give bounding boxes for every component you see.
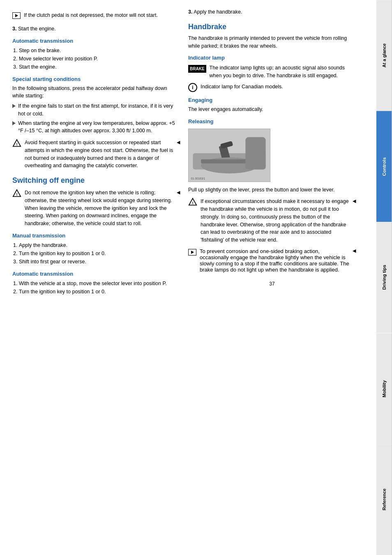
sidebar-tab-at-glance-label: At a glance xyxy=(382,44,387,68)
back-arrow-4: ◀ xyxy=(353,248,356,253)
auto2-step2: Turn the ignition key to position 1 or 0… xyxy=(19,288,180,296)
warning-triangle-icon: ! xyxy=(12,139,21,148)
sidebar-right: At a glance Controls Driving tips Mobili… xyxy=(376,0,392,555)
brake-indicator-box: BRAKE The indicator lamp lights up; an a… xyxy=(188,64,356,80)
step3-start-engine: 3. Start the engine. xyxy=(12,25,180,33)
back-arrow-3: ◀ xyxy=(353,198,356,205)
auto-transmission-heading: Automatic transmission xyxy=(12,38,180,44)
sidebar-tab-mobility-label: Mobility xyxy=(382,380,387,397)
circle-i-icon: i xyxy=(188,83,197,92)
releasing-heading: Releasing xyxy=(188,118,356,124)
sidebar-tab-driving-tips[interactable]: Driving tips xyxy=(376,222,392,333)
manual-step1: Apply the handbrake. xyxy=(19,241,180,249)
bullet-arrow-icon-1 xyxy=(12,104,16,108)
auto-step3: Start the engine. xyxy=(19,63,180,71)
corrosion-note: To prevent corrosion and one-sided braki… xyxy=(188,248,356,273)
auto2-step1: With the vehicle at a stop, move the sel… xyxy=(19,279,180,288)
brake-badge-icon: BRAKE xyxy=(188,65,206,73)
corrosion-note-text: To prevent corrosion and one-sided braki… xyxy=(200,248,349,273)
svg-text:!: ! xyxy=(192,201,193,205)
clutch-note: If the clutch pedal is not depressed, th… xyxy=(12,12,180,22)
warning-ignition: ! Do not remove the ignition key when th… xyxy=(12,189,180,228)
svg-text:01-30163/1: 01-30163/1 xyxy=(191,177,205,180)
manual-step2: Turn the ignition key to position 1 or 0… xyxy=(19,249,180,258)
left-column: If the clutch pedal is not depressed, th… xyxy=(12,8,180,547)
indicator-lamp-heading: Indicator lamp xyxy=(188,55,356,61)
bullet-item-1: If the engine fails to start on the firs… xyxy=(12,102,180,118)
warning-triangle-icon-3: ! xyxy=(188,198,197,207)
warning-exceptional-box: ! If exceptional circumstances should ma… xyxy=(188,198,356,244)
right-column: 3. Apply the handbrake. Handbrake The ha… xyxy=(188,8,356,547)
bullet-item-2: When starting the engine at very low tem… xyxy=(12,120,180,135)
sidebar-tab-controls[interactable]: Controls xyxy=(376,111,392,222)
arrow-box-icon-2 xyxy=(188,249,196,256)
warning-triangle-icon-2: ! xyxy=(12,189,21,198)
arrow-box-icon xyxy=(12,12,21,19)
page-container: If the clutch pedal is not depressed, th… xyxy=(0,0,392,555)
sidebar-tab-driving-tips-label: Driving tips xyxy=(382,265,387,290)
sidebar-tab-at-glance[interactable]: At a glance xyxy=(376,0,392,111)
bullet-text-2: When starting the engine at very low tem… xyxy=(18,120,180,135)
main-content: If the clutch pedal is not depressed, th… xyxy=(0,0,376,555)
auto-transmission2-heading: Automatic transmission xyxy=(12,271,180,277)
svg-text:!: ! xyxy=(16,192,17,196)
warning-catalytic-text: Avoid frequent starting in quick success… xyxy=(25,139,173,170)
manual-transmission-heading: Manual transmission xyxy=(12,233,180,239)
svg-rect-10 xyxy=(245,137,265,169)
auto-step2: Move selector lever into position P. xyxy=(19,55,180,63)
bullet-arrow-icon-2 xyxy=(12,121,16,125)
auto-transmission-list: Step on the brake. Move selector lever i… xyxy=(19,46,180,71)
sidebar-tab-reference-label: Reference xyxy=(382,488,387,510)
special-conditions-heading: Special starting conditions xyxy=(12,76,180,82)
indicator-lamp-canadian: Indicator lamp for Canadian models. xyxy=(201,83,283,91)
sidebar-tab-reference[interactable]: Reference xyxy=(376,444,392,555)
page-number: 37 xyxy=(188,281,356,287)
engaging-text: The lever engages automatically. xyxy=(188,106,356,113)
sidebar-tab-controls-label: Controls xyxy=(382,157,387,176)
handbrake-heading: Handbrake xyxy=(188,23,356,31)
warning-catalytic: ! Avoid frequent starting in quick succe… xyxy=(12,139,180,170)
sidebar-tab-mobility[interactable]: Mobility xyxy=(376,333,392,444)
special-conditions-intro: In the following situations, press the a… xyxy=(12,85,180,100)
back-arrow-1: ◀ xyxy=(177,139,180,146)
engaging-heading: Engaging xyxy=(188,97,356,103)
manual-step3: Shift into first gear or reverse. xyxy=(19,258,180,266)
clutch-note-text: If the clutch pedal is not depressed, th… xyxy=(24,12,158,19)
auto-step1: Step on the brake. xyxy=(19,46,180,55)
canadian-indicator-box: i Indicator lamp for Canadian models. xyxy=(188,83,356,92)
auto-transmission2-list: With the vehicle at a stop, move the sel… xyxy=(19,279,180,296)
manual-transmission-list: Apply the handbrake. Turn the ignition k… xyxy=(19,241,180,266)
handbrake-image: 01-30163/1 xyxy=(188,129,270,182)
releasing-caption: Pull up slightly on the lever, press the… xyxy=(188,186,356,194)
switching-off-warning-text: Do not remove the ignition key when the … xyxy=(25,189,173,228)
switching-off-heading: Switching off engine xyxy=(12,176,180,185)
indicator-lamp-text: The indicator lamp lights up; an acousti… xyxy=(210,64,356,80)
step3-right: 3. Apply the handbrake. xyxy=(188,8,356,16)
svg-text:!: ! xyxy=(16,142,17,146)
arrow-right-icon xyxy=(15,14,18,17)
arrow-right-icon-2 xyxy=(191,251,194,254)
bullet-text-1: If the engine fails to start on the firs… xyxy=(18,102,180,118)
handbrake-intro: The handbrake is primarily intended to p… xyxy=(188,35,356,50)
back-arrow-2: ◀ xyxy=(177,189,180,196)
warning-exceptional-text: If exceptional circumstances should make… xyxy=(201,198,349,244)
